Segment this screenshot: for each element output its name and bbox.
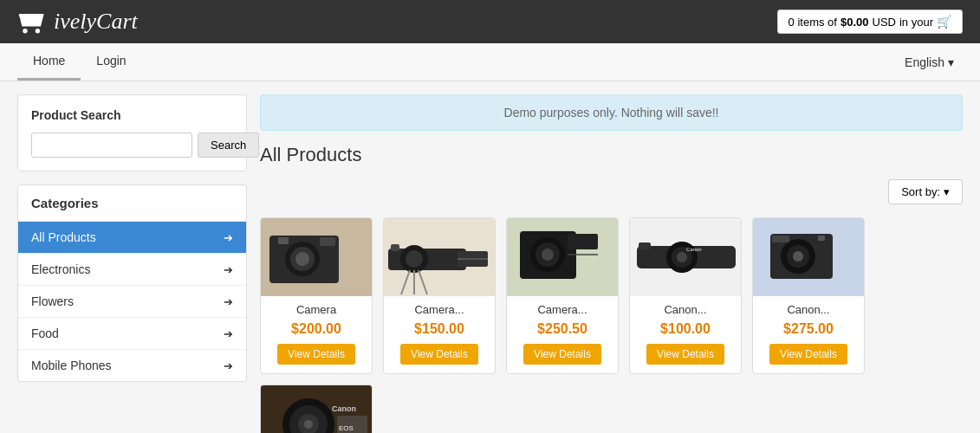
- products-grid: Camera $200.00 View Details: [260, 217, 963, 433]
- view-details-button[interactable]: View Details: [646, 344, 724, 365]
- chevron-down-icon: ▾: [944, 185, 950, 198]
- cart-icon: 🛒: [937, 15, 951, 29]
- nav-links: Home Login: [17, 43, 142, 81]
- main-nav: Home Login English ▾: [0, 43, 980, 81]
- category-item-electronics[interactable]: Electronics ➔: [18, 254, 246, 286]
- product-price: $100.00: [630, 321, 741, 337]
- nav-item-home[interactable]: Home: [17, 43, 81, 81]
- site-logo[interactable]: ivelyCart: [17, 9, 138, 35]
- category-label: Electronics: [31, 262, 90, 276]
- site-header: ivelyCart 0 items of $0.00 USD in your 🛒: [0, 0, 980, 43]
- product-card: Canon EOS Canon... $300.00 View Details: [260, 385, 373, 433]
- categories-box: Categories All Products ➔ Electronics ➔ …: [17, 184, 247, 382]
- language-selector[interactable]: English ▾: [896, 50, 963, 74]
- svg-point-2: [23, 29, 27, 33]
- product-price: $150.00: [384, 321, 495, 337]
- category-item-flowers[interactable]: Flowers ➔: [18, 286, 246, 318]
- product-name: Canon...: [630, 303, 741, 316]
- category-item-food[interactable]: Food ➔: [18, 318, 246, 350]
- svg-rect-34: [639, 242, 651, 249]
- sort-by-button[interactable]: Sort by: ▾: [888, 179, 963, 204]
- category-label: Food: [31, 326, 59, 340]
- product-price: $275.00: [753, 321, 864, 337]
- sort-label: Sort by:: [901, 185, 940, 198]
- category-label: Mobile Phones: [31, 359, 112, 372]
- content-area: Demo purposes only. Nothing will save!! …: [260, 94, 963, 433]
- search-box: Product Search Search: [17, 94, 247, 171]
- svg-rect-10: [278, 237, 289, 244]
- svg-rect-9: [320, 237, 335, 246]
- product-price: $250.50: [507, 321, 618, 337]
- product-name: Camera...: [507, 303, 618, 316]
- nav-item-login[interactable]: Login: [81, 43, 141, 81]
- logo-text: ivelyCart: [54, 9, 138, 35]
- cart-suffix: in your: [899, 16, 933, 29]
- page-title: All Products: [260, 144, 963, 166]
- arrow-icon: ➔: [224, 295, 233, 308]
- svg-rect-17: [391, 244, 399, 251]
- arrow-icon: ➔: [224, 327, 233, 340]
- search-box-title: Product Search: [31, 108, 233, 122]
- cart-currency: USD: [873, 16, 896, 29]
- sort-bar: Sort by: ▾: [260, 179, 963, 204]
- cart-count-label: 0 items of: [789, 16, 837, 29]
- cart-amount: $0.00: [840, 16, 869, 29]
- product-card: Camera $200.00 View Details: [260, 217, 373, 374]
- search-button[interactable]: Search: [198, 132, 259, 158]
- product-price: $200.00: [261, 321, 372, 337]
- svg-point-32: [677, 252, 687, 262]
- arrow-icon: ➔: [224, 263, 233, 276]
- product-name: Camera...: [384, 303, 495, 316]
- search-input[interactable]: [31, 132, 192, 158]
- arrow-icon: ➔: [224, 359, 233, 372]
- arrow-icon: ➔: [224, 231, 233, 244]
- product-card: Camera... $250.50 View Details: [506, 217, 619, 374]
- svg-text:Canon: Canon: [686, 247, 702, 252]
- svg-text:EOS: EOS: [339, 424, 354, 432]
- language-label: English: [905, 55, 944, 69]
- product-card: Canon Canon... $100.00 View Details: [629, 217, 742, 374]
- sidebar: Product Search Search Categories All Pro…: [17, 94, 247, 433]
- svg-point-14: [406, 250, 423, 268]
- product-image: Canon EOS: [261, 385, 373, 433]
- category-label: Flowers: [31, 294, 74, 308]
- product-card: Canon... $275.00 View Details: [752, 217, 865, 374]
- svg-rect-41: [772, 236, 789, 242]
- svg-point-39: [793, 251, 803, 262]
- categories-title: Categories: [18, 185, 246, 222]
- product-name: Camera: [261, 303, 372, 316]
- product-image: Canon: [630, 218, 742, 296]
- chevron-down-icon: ▾: [948, 55, 954, 69]
- cart-info[interactable]: 0 items of $0.00 USD in your 🛒: [777, 10, 963, 34]
- product-card: Camera... $150.00 View Details: [383, 217, 496, 374]
- product-image: [261, 218, 373, 296]
- svg-rect-40: [818, 236, 825, 241]
- view-details-button[interactable]: View Details: [277, 344, 355, 365]
- svg-point-25: [542, 249, 554, 261]
- main-content: Product Search Search Categories All Pro…: [0, 81, 980, 433]
- view-details-button[interactable]: View Details: [400, 344, 478, 365]
- product-image: [753, 218, 865, 296]
- product-image: [384, 218, 496, 296]
- demo-banner: Demo purposes only. Nothing will save!!: [260, 94, 963, 131]
- product-image: [507, 218, 619, 296]
- product-name: Canon...: [753, 303, 864, 316]
- svg-text:Canon: Canon: [332, 404, 356, 413]
- category-item-mobile-phones[interactable]: Mobile Phones ➔: [18, 350, 246, 381]
- svg-point-8: [295, 252, 309, 266]
- category-item-all-products[interactable]: All Products ➔: [18, 222, 246, 254]
- cart-logo-icon: [17, 9, 49, 35]
- category-label: All Products: [31, 230, 96, 244]
- svg-point-46: [304, 420, 313, 429]
- svg-marker-1: [19, 14, 44, 26]
- svg-rect-26: [568, 234, 598, 249]
- view-details-button[interactable]: View Details: [523, 344, 601, 365]
- search-row: Search: [31, 132, 233, 158]
- view-details-button[interactable]: View Details: [769, 344, 847, 365]
- svg-point-3: [36, 29, 40, 33]
